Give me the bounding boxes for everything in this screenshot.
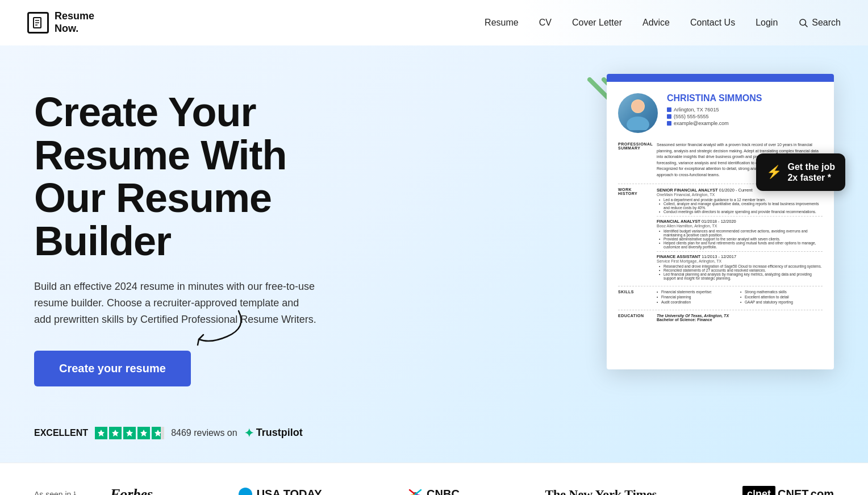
logo[interactable]: Resume Now. [27,10,94,35]
job-1-bullet-3: Conduct meetings with directors to analy… [661,210,823,214]
summary-label: PROFESSIONALSUMMARY [618,142,652,178]
arrow-container: Create your resume [34,351,352,409]
main-nav: Resume CV Cover Letter Advice Contact Us… [485,18,841,28]
resume-divider-2 [657,216,823,217]
education-label: EDUCATION [618,314,652,322]
resume-divider-4 [618,286,823,286]
nav-search[interactable]: Search [798,18,841,28]
resume-photo [618,93,658,133]
job-3-bullet-2: Reconciled statements of 27 accounts and… [661,268,823,272]
resume-skills-section: SKILLS Financial statements expertise: S… [618,290,823,304]
usatoday-logo: USA TODAY [239,488,322,495]
nav-cover-letter[interactable]: Cover Letter [572,18,622,28]
skill-6: GAAP and statutory reporting [740,300,823,304]
create-resume-button[interactable]: Create your resume [34,351,191,386]
job-2-bullet-3: Helped clients plan for and fund retirem… [661,241,823,249]
job-1-bullet-2: Collect, analyze and manage quantitative… [661,202,823,210]
job-2-bullet-1: Identified budget variances and recommen… [661,229,823,237]
as-seen-in-section: As seen in ¹ Forbes USA TODAY CNBC The N… [0,463,868,495]
cnbc-peacock-icon [407,488,423,495]
resume-name-block: CHRISTINA SIMMONS Arlington, TX 76015 (5… [667,93,823,127]
job-badge: ⚡ Get the job 2x faster * [756,153,845,191]
logo-icon [27,12,49,34]
svg-marker-10 [155,430,161,436]
star-5 [152,427,164,439]
education-degree: Bachelor of Science: Finance [657,318,729,322]
nav-advice[interactable]: Advice [642,18,670,28]
arrow-decoration [193,305,261,351]
job-1-bullet-1: Led a department and provide guidance to… [661,198,823,202]
trustpilot-stars [95,427,164,439]
resume-location: Arlington, TX 76015 [667,107,823,113]
email-icon [667,121,671,126]
as-seen-label: As seen in ¹ [34,490,76,495]
resume-name: CHRISTINA SIMMONS [667,93,823,103]
resume-top-section: CHRISTINA SIMMONS Arlington, TX 76015 (5… [618,93,823,133]
svg-marker-9 [140,430,147,436]
job-2-title: FINANCIAL ANALYST 01/2018 - 12/2020 [657,219,823,224]
job-3: FINANCE ASSISTANT 11/2013 - 12/2017 Serv… [657,254,823,280]
job-3-bullet-3: Led financial planning and analysis by m… [661,272,823,280]
skill-2: Strong mathematics skills [740,290,823,294]
nav-resume[interactable]: Resume [485,18,519,28]
nav-contact-us[interactable]: Contact Us [690,18,735,28]
resume-phone: (555) 555-5555 [667,114,823,119]
resume-divider-5 [618,310,823,310]
svg-line-5 [806,24,808,27]
resume-education-section: EDUCATION The University Of Texas, Arlin… [618,314,823,322]
location-icon [667,107,671,112]
header: Resume Now. Resume CV Cover Letter Advic… [0,0,868,45]
svg-marker-7 [112,430,119,436]
nyt-logo: The New York Times [545,487,657,495]
tp-star-icon: ✦ [244,426,254,440]
hero-title: Create Your Resume With Our Resume Build… [34,91,352,263]
search-icon [798,18,808,28]
skill-5: Audit coordination [657,300,739,304]
job-2-company: Booz Allen Hamilton, Arlington, TX [657,224,823,228]
job-3-bullet-1: Researched and drove integration of Sage… [661,264,823,268]
job-1-company: OneMain Financial, Arlington, TX [657,193,823,197]
svg-point-16 [632,100,644,113]
trustpilot-reviews: 8469 reviews on [171,428,237,438]
logo-text: Resume Now. [55,10,94,35]
svg-marker-6 [98,430,105,436]
hero-subtitle: Build an effective 2024 resume in minute… [34,278,318,327]
resume-avatar [618,93,658,133]
education-content: The University Of Texas, Arlington, TX B… [657,314,729,322]
hero-section: Create Your Resume With Our Resume Build… [0,45,868,463]
hero-left: Create Your Resume With Our Resume Build… [34,80,352,440]
cnet-logo: c|net CNET.com [742,486,834,495]
badge-text: Get the job 2x faster * [787,161,835,183]
job-2-bullet-2: Provided administrative support to the s… [661,237,823,241]
resume-card-content: CHRISTINA SIMMONS Arlington, TX 76015 (5… [607,82,834,339]
cnbc-logo: CNBC [407,488,460,495]
bolt-icon: ⚡ [766,165,782,180]
resume-header-bar [607,74,834,82]
svg-marker-8 [126,430,133,436]
job-3-title: FINANCE ASSISTANT 11/2013 - 12/2017 [657,254,823,259]
nav-cv[interactable]: CV [539,18,552,28]
skill-4: Excellent attention to detail [740,295,823,299]
star-2 [109,427,122,439]
svg-point-4 [800,19,806,26]
resume-divider-3 [657,251,823,252]
trustpilot-logo: ✦ Trustpilot [244,426,303,440]
education-school: The University Of Texas, Arlington, TX [657,314,729,318]
work-content: SENIOR FINANCIAL ANALYST 01/2020 - Curre… [657,188,823,280]
resume-email: example@example.com [667,120,823,126]
nav-login[interactable]: Login [756,18,778,28]
skills-grid: Financial statements expertise: Strong m… [657,290,823,304]
usatoday-dot-icon [239,488,252,495]
star-3 [123,427,136,439]
job-1: SENIOR FINANCIAL ANALYST 01/2020 - Curre… [657,188,823,214]
media-logos: Forbes USA TODAY CNBC The New York Times… [110,486,834,495]
phone-icon [667,114,671,119]
trustpilot-section: EXCELLENT 8469 reviews on [34,426,352,440]
star-1 [95,427,107,439]
star-4 [137,427,150,439]
resume-preview-card: CHRISTINA SIMMONS Arlington, TX 76015 (5… [607,74,834,369]
skill-3: Financial planning [657,295,739,299]
skill-1: Financial statements expertise: [657,290,739,294]
svg-point-15 [627,117,649,130]
trustpilot-excellent: EXCELLENT [34,428,88,438]
